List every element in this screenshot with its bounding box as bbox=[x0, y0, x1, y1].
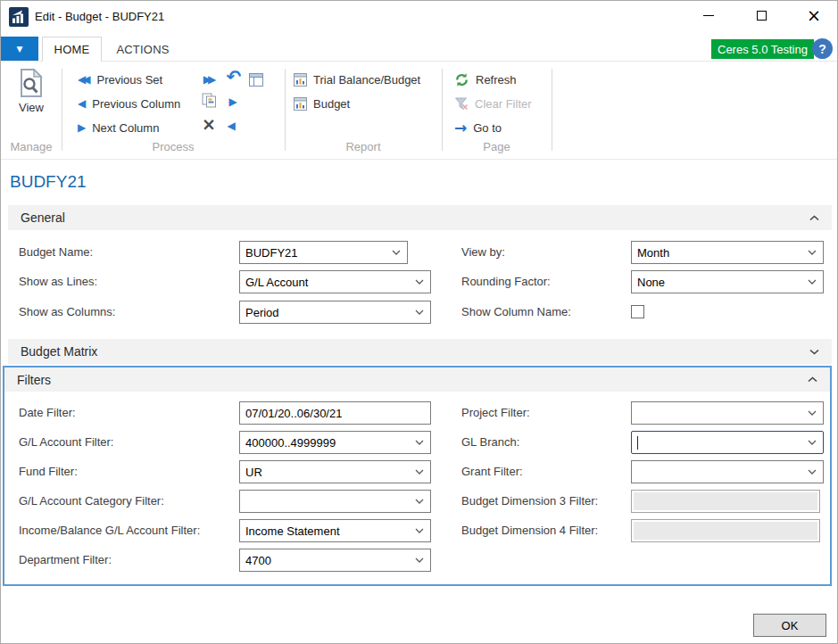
view-by-label: View by: bbox=[461, 241, 505, 264]
budget-name-field[interactable]: BUDFY21 bbox=[239, 241, 408, 264]
previous-column-icon: ◀ bbox=[78, 98, 86, 109]
gl-account-category-filter-label: G/L Account Category Filter: bbox=[19, 490, 164, 513]
application-menu-button[interactable]: ▼ bbox=[1, 37, 38, 61]
gl-branch-label: GL Branch: bbox=[461, 431, 519, 454]
section-title-budget-matrix: Budget Matrix bbox=[21, 344, 97, 359]
previous-set-button[interactable]: ◀◀ Previous Set bbox=[78, 69, 162, 90]
income-balance-filter-field[interactable]: Income Statement bbox=[239, 519, 431, 542]
go-to-button[interactable]: → Go to bbox=[454, 117, 502, 138]
collapse-chevron-up-icon[interactable] bbox=[808, 376, 817, 383]
date-filter-field[interactable]: 07/01/20..06/30/21 bbox=[239, 401, 431, 425]
refresh-button[interactable]: Refresh bbox=[454, 69, 517, 90]
expand-chevron-down-icon[interactable] bbox=[809, 349, 819, 355]
dropdown-arrow-icon[interactable] bbox=[415, 279, 424, 285]
dropdown-arrow-icon[interactable] bbox=[808, 250, 817, 255]
grant-filter-field[interactable] bbox=[631, 460, 824, 483]
previous-arrow-button[interactable]: ◀ bbox=[225, 119, 237, 133]
dropdown-arrow-icon[interactable] bbox=[415, 469, 424, 475]
go-to-label: Go to bbox=[473, 121, 502, 135]
show-column-name-checkbox[interactable] bbox=[631, 305, 644, 318]
view-by-value: Month bbox=[637, 246, 803, 260]
dropdown-arrow-icon[interactable] bbox=[808, 469, 817, 475]
budget-report-label: Budget bbox=[313, 97, 350, 111]
dropdown-arrow-icon[interactable] bbox=[415, 440, 424, 445]
ok-button[interactable]: OK bbox=[753, 614, 826, 637]
group-label-process: Process bbox=[62, 140, 285, 153]
go-to-arrow-icon: → bbox=[454, 120, 467, 136]
delete-x-icon: × bbox=[202, 116, 216, 133]
budget-dimension-3-filter-label: Budget Dimension 3 Filter: bbox=[461, 490, 598, 513]
date-filter-value: 07/01/20..06/30/21 bbox=[245, 407, 428, 420]
previous-column-button[interactable]: ◀ Previous Column bbox=[78, 93, 180, 114]
grid-icon bbox=[249, 73, 263, 87]
gl-branch-field[interactable] bbox=[631, 431, 824, 454]
tab-actions[interactable]: ACTIONS bbox=[102, 37, 184, 62]
show-as-columns-field[interactable]: Period bbox=[239, 301, 431, 324]
next-column-icon: ▶ bbox=[78, 122, 86, 133]
show-as-columns-label: Show as Columns: bbox=[19, 301, 115, 324]
titlebar: Edit - Budget - BUDFY21 × bbox=[1, 1, 837, 35]
maximize-button[interactable] bbox=[742, 1, 781, 29]
budget-name-label: Budget Name: bbox=[19, 241, 93, 264]
group-label-page: Page bbox=[442, 140, 552, 153]
budget-dimension-3-filter-field bbox=[631, 490, 820, 513]
dropdown-arrow-icon[interactable] bbox=[392, 250, 401, 255]
show-as-lines-field[interactable]: G/L Account bbox=[239, 270, 431, 293]
dropdown-arrow-icon[interactable] bbox=[808, 410, 817, 416]
gl-account-category-filter-field[interactable] bbox=[239, 490, 431, 513]
dropdown-arrow-icon[interactable] bbox=[415, 528, 424, 533]
trial-balance-budget-button[interactable]: Trial Balance/Budget bbox=[294, 69, 420, 90]
environment-badge: Ceres 5.0 Testing bbox=[711, 39, 814, 59]
tab-home[interactable]: HOME bbox=[42, 37, 102, 62]
next-arrow-button[interactable]: ▶ bbox=[227, 95, 239, 109]
income-balance-filter-value: Income Statement bbox=[245, 524, 411, 538]
collapse-chevron-up-icon[interactable] bbox=[809, 215, 819, 221]
gl-account-filter-field[interactable]: 400000..4999999 bbox=[239, 431, 431, 454]
department-filter-field[interactable]: 4700 bbox=[239, 549, 431, 572]
report-icon bbox=[294, 97, 307, 111]
previous-set-icon: ◀◀ bbox=[78, 74, 87, 85]
department-filter-value: 4700 bbox=[245, 554, 411, 567]
dropdown-arrow-icon[interactable] bbox=[808, 440, 817, 445]
section-header-budget-matrix[interactable]: Budget Matrix bbox=[8, 339, 832, 364]
dropdown-arrow-icon[interactable] bbox=[808, 279, 817, 285]
budget-report-button[interactable]: Budget bbox=[294, 93, 350, 114]
right-arrow-icon: ▶ bbox=[228, 96, 236, 107]
refresh-icon bbox=[454, 72, 469, 87]
group-separator bbox=[62, 69, 62, 151]
section-title-general: General bbox=[21, 211, 65, 225]
dropdown-arrow-icon[interactable] bbox=[415, 310, 424, 315]
delete-button[interactable]: × bbox=[201, 115, 217, 133]
copy-button[interactable] bbox=[201, 92, 219, 110]
report-icon bbox=[294, 73, 307, 87]
table-view-button[interactable] bbox=[248, 71, 264, 87]
previous-column-label: Previous Column bbox=[92, 97, 180, 111]
budget-dimension-4-filter-field bbox=[631, 519, 820, 542]
view-button[interactable]: View bbox=[8, 69, 54, 128]
undo-button[interactable]: ↶ bbox=[224, 66, 244, 87]
fund-filter-value: UR bbox=[245, 466, 411, 479]
project-filter-field[interactable] bbox=[631, 401, 824, 425]
dropdown-arrow-icon[interactable] bbox=[415, 557, 424, 563]
tab-home-label: HOME bbox=[54, 43, 90, 56]
fund-filter-field[interactable]: UR bbox=[239, 460, 431, 483]
next-set-button[interactable]: ▶▶ bbox=[199, 70, 220, 88]
question-mark-icon: ? bbox=[818, 42, 826, 56]
help-button[interactable]: ? bbox=[812, 38, 833, 59]
section-header-filters[interactable]: Filters bbox=[4, 367, 830, 392]
trial-balance-budget-label: Trial Balance/Budget bbox=[313, 73, 420, 87]
group-label-report: Report bbox=[285, 140, 442, 153]
next-column-button[interactable]: ▶ Next Column bbox=[78, 117, 159, 138]
dropdown-arrow-icon[interactable] bbox=[415, 499, 424, 504]
group-separator bbox=[552, 69, 552, 151]
budget-name-value: BUDFY21 bbox=[245, 246, 387, 260]
view-by-field[interactable]: Month bbox=[631, 241, 824, 264]
show-as-columns-value: Period bbox=[245, 306, 411, 319]
undo-icon: ↶ bbox=[227, 68, 242, 86]
close-button[interactable]: × bbox=[794, 1, 834, 29]
fund-filter-label: Fund Filter: bbox=[19, 460, 78, 483]
ribbon-divider bbox=[1, 159, 837, 160]
minimize-button[interactable] bbox=[689, 1, 728, 29]
rounding-factor-field[interactable]: None bbox=[631, 270, 824, 293]
section-header-general[interactable]: General bbox=[8, 205, 832, 230]
